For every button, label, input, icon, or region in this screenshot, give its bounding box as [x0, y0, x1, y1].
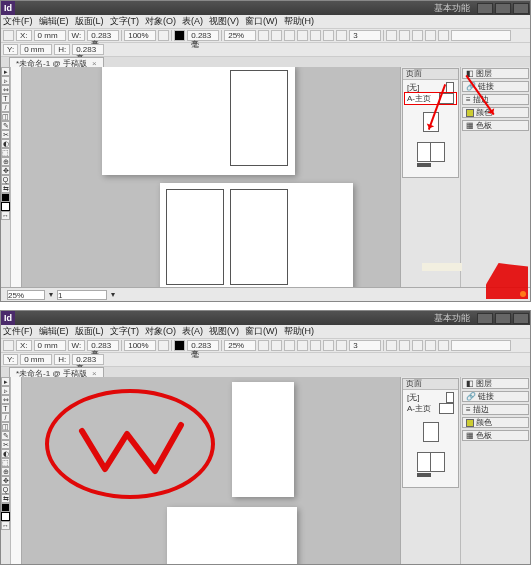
- spread-2[interactable]: [167, 507, 297, 564]
- pages-panel-header[interactable]: 页面: [403, 379, 458, 390]
- gradient-tool-icon[interactable]: ◐: [1, 449, 10, 458]
- x-field[interactable]: 0 mm: [34, 30, 66, 41]
- opt-icon[interactable]: [258, 30, 269, 41]
- menu-object[interactable]: 对象(O): [145, 15, 176, 28]
- fill-swatch-icon[interactable]: [174, 30, 185, 41]
- opt-icon[interactable]: [412, 340, 423, 351]
- opt-icon[interactable]: [438, 30, 449, 41]
- opt-icon[interactable]: [284, 30, 295, 41]
- hand-tool-icon[interactable]: ✥: [1, 166, 10, 175]
- menu-type[interactable]: 文字(T): [110, 325, 140, 338]
- links-panel-tab[interactable]: 🔗 链接: [462, 391, 529, 402]
- opt-icon[interactable]: [425, 340, 436, 351]
- master-a-row[interactable]: A-主页: [405, 93, 456, 104]
- scissors-tool-icon[interactable]: ✂: [1, 440, 10, 449]
- spread-1[interactable]: [102, 67, 295, 175]
- stroke-color-icon[interactable]: [1, 202, 10, 211]
- opt-icon[interactable]: [271, 30, 282, 41]
- workspace-switcher[interactable]: 基本功能: [434, 2, 470, 15]
- fill-swatch-icon[interactable]: [174, 340, 185, 351]
- fill-color-icon[interactable]: [1, 503, 10, 512]
- gradient-tool-icon[interactable]: ◐: [1, 139, 10, 148]
- stroke-field[interactable]: 0.283 毫: [187, 30, 219, 41]
- selection-tool-icon[interactable]: ▸: [1, 377, 10, 386]
- menu-help[interactable]: 帮助(H): [284, 325, 315, 338]
- opt-icon[interactable]: [412, 30, 423, 41]
- menu-window[interactable]: 窗口(W): [245, 15, 278, 28]
- status-zoom[interactable]: 25%: [7, 290, 45, 300]
- direct-select-tool-icon[interactable]: ▹: [1, 76, 10, 85]
- close-button[interactable]: [513, 313, 529, 324]
- pages-field[interactable]: 3: [349, 340, 381, 351]
- swatches-panel-tab[interactable]: ▦ 色板: [462, 120, 529, 131]
- swap-tool-icon[interactable]: ⇆: [1, 184, 10, 193]
- opt-icon[interactable]: [297, 340, 308, 351]
- menu-file[interactable]: 文件(F): [3, 15, 33, 28]
- menu-edit[interactable]: 编辑(E): [39, 15, 69, 28]
- master-none-row[interactable]: [无]: [405, 392, 456, 403]
- fill-color-icon[interactable]: [1, 193, 10, 202]
- opt-icon[interactable]: [399, 340, 410, 351]
- menu-view[interactable]: 视图(V): [209, 325, 239, 338]
- w-field[interactable]: 0.283 毫: [87, 30, 119, 41]
- pages-panel-header[interactable]: 页面: [403, 69, 458, 80]
- w-field[interactable]: 0.283 毫: [87, 340, 119, 351]
- swatches-panel-tab[interactable]: ▦ 色板: [462, 430, 529, 441]
- page-thumb-1[interactable]: [423, 422, 439, 442]
- opt-icon[interactable]: [297, 30, 308, 41]
- menu-help[interactable]: 帮助(H): [284, 15, 315, 28]
- opt-icon[interactable]: [310, 30, 321, 41]
- opt-icon[interactable]: [258, 340, 269, 351]
- layers-panel-tab[interactable]: ◧ 图层: [462, 378, 529, 389]
- zoom-field[interactable]: 25%: [224, 30, 256, 41]
- type-tool-icon[interactable]: T: [1, 94, 10, 103]
- frame-tool-icon[interactable]: ◫: [1, 112, 10, 121]
- link-icon[interactable]: [158, 30, 169, 41]
- h-field[interactable]: 0.283 毫: [72, 44, 104, 55]
- stroke-panel-tab[interactable]: ≡ 描边: [462, 404, 529, 415]
- opt-icon[interactable]: [323, 30, 334, 41]
- page-2-frame[interactable]: [166, 189, 224, 285]
- page-tool-icon[interactable]: ⇔: [1, 85, 10, 94]
- spread-1[interactable]: [232, 382, 294, 497]
- opt-icon[interactable]: [399, 30, 410, 41]
- zoom-field[interactable]: 25%: [224, 340, 256, 351]
- zoom-tool-icon[interactable]: Q: [1, 175, 10, 184]
- line-tool-icon[interactable]: /: [1, 103, 10, 112]
- master-none-row[interactable]: [无]: [405, 82, 456, 93]
- menu-table[interactable]: 表(A): [182, 325, 203, 338]
- y-field[interactable]: 0 mm: [20, 44, 52, 55]
- opt-icon[interactable]: [386, 340, 397, 351]
- maximize-button[interactable]: [495, 313, 511, 324]
- swap-tool-icon[interactable]: ⇆: [1, 494, 10, 503]
- eyedropper-tool-icon[interactable]: ⊕: [1, 467, 10, 476]
- link-icon[interactable]: [158, 340, 169, 351]
- line-tool-icon[interactable]: /: [1, 413, 10, 422]
- menu-type[interactable]: 文字(T): [110, 15, 140, 28]
- hand-tool-icon[interactable]: ✥: [1, 476, 10, 485]
- menu-layout[interactable]: 版面(L): [75, 15, 104, 28]
- minimize-button[interactable]: [477, 3, 493, 14]
- workspace-switcher[interactable]: 基本功能: [434, 312, 470, 325]
- layers-panel-tab[interactable]: ◧ 图层: [462, 68, 529, 79]
- stroke-color-icon[interactable]: [1, 512, 10, 521]
- eyedropper-tool-icon[interactable]: ⊕: [1, 157, 10, 166]
- opt-icon[interactable]: [323, 340, 334, 351]
- menu-edit[interactable]: 编辑(E): [39, 325, 69, 338]
- opt-icon[interactable]: [425, 30, 436, 41]
- color-panel-tab[interactable]: 颜色: [462, 417, 529, 428]
- y-field[interactable]: 0 mm: [20, 354, 52, 365]
- extra-field[interactable]: [451, 340, 511, 351]
- status-page[interactable]: 1: [57, 290, 107, 300]
- scale-field[interactable]: 100%: [124, 30, 156, 41]
- pencil-tool-icon[interactable]: ✎: [1, 121, 10, 130]
- pages-field[interactable]: 3: [349, 30, 381, 41]
- page-1-frame[interactable]: [230, 70, 288, 166]
- maximize-button[interactable]: [495, 3, 511, 14]
- frame-tool-icon[interactable]: ◫: [1, 422, 10, 431]
- menu-view[interactable]: 视图(V): [209, 15, 239, 28]
- direct-select-tool-icon[interactable]: ▹: [1, 386, 10, 395]
- page-thumb-2-3[interactable]: [417, 142, 445, 162]
- opt-icon[interactable]: [336, 30, 347, 41]
- page-thumb-2-3[interactable]: [417, 452, 445, 472]
